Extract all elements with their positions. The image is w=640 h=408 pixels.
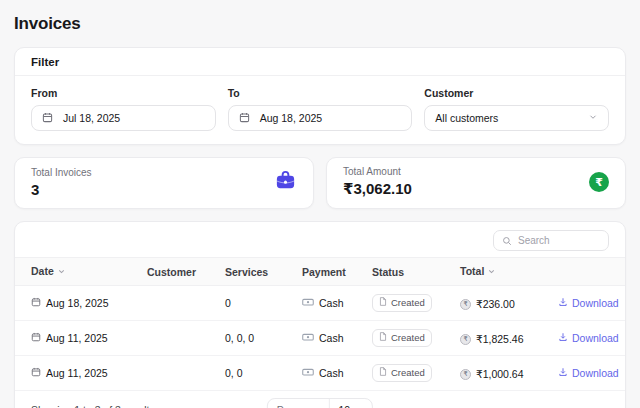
per-page-control: Per page 10: [267, 398, 373, 408]
sort-icon: [487, 266, 496, 278]
row-status: Created: [391, 367, 425, 378]
column-header-date[interactable]: Date: [15, 258, 139, 286]
download-icon: [558, 297, 568, 309]
from-label: From: [31, 87, 216, 99]
row-payment: Cash: [319, 332, 344, 344]
row-status: Created: [391, 297, 425, 308]
invoices-page: Invoices Filter From Jul 18, 2025 To: [0, 0, 640, 408]
file-icon: [379, 332, 387, 343]
invoices-table: Date Customer Services Payment Status To…: [15, 257, 625, 391]
search-input[interactable]: [518, 235, 600, 246]
column-header-services: Services: [217, 258, 294, 286]
file-icon: [379, 367, 387, 378]
row-total: ₹1,000.64: [476, 368, 524, 380]
row-date: Aug 11, 2025: [46, 367, 108, 379]
status-badge: Created: [372, 364, 432, 382]
total-amount-value: ₹3,062.10: [343, 180, 412, 198]
row-services: 0, 0: [217, 356, 294, 391]
results-summary: Showing 1 to 3 of 3 results: [31, 404, 155, 408]
row-customer: [139, 321, 217, 356]
table-footer: Showing 1 to 3 of 3 results Per page 10: [15, 391, 625, 408]
column-header-total[interactable]: Total: [452, 258, 550, 286]
status-badge: Created: [372, 329, 432, 347]
table-row[interactable]: Aug 11, 2025 0, 0 Cash Created ₹ ₹1,000.…: [15, 356, 625, 391]
from-date-input[interactable]: Jul 18, 2025: [31, 105, 216, 131]
calendar-icon: [239, 112, 250, 125]
banknote-icon: [302, 366, 314, 380]
per-page-select[interactable]: 10: [329, 399, 372, 408]
chevron-down-icon: [354, 404, 363, 408]
banknote-icon: [302, 331, 314, 345]
customer-select-value: All customers: [435, 112, 498, 124]
row-date: Aug 11, 2025: [46, 332, 108, 344]
row-payment: Cash: [319, 367, 344, 379]
table-row[interactable]: Aug 18, 2025 0 Cash Created ₹ ₹236.00: [15, 286, 625, 321]
search-row: [15, 222, 625, 257]
status-badge: Created: [372, 294, 432, 312]
row-total: ₹236.00: [476, 298, 515, 310]
rupee-coin-icon: ₹: [460, 334, 471, 345]
rupee-coin-icon: ₹: [460, 369, 471, 380]
search-icon: [502, 232, 512, 250]
to-label: To: [228, 87, 413, 99]
download-icon: [558, 367, 568, 379]
rupee-circle-icon: ₹: [589, 172, 609, 192]
filter-field-to: To Aug 18, 2025: [228, 87, 413, 131]
search-box[interactable]: [493, 230, 609, 251]
row-status: Created: [391, 332, 425, 343]
total-amount-label: Total Amount: [343, 166, 412, 177]
total-invoices-card: Total Invoices 3: [14, 157, 314, 209]
filter-field-from: From Jul 18, 2025: [31, 87, 216, 131]
column-header-status: Status: [364, 258, 452, 286]
briefcase-icon: [274, 169, 297, 196]
row-customer: [139, 356, 217, 391]
file-icon: [379, 297, 387, 308]
per-page-label: Per page: [268, 399, 329, 408]
column-header-payment: Payment: [294, 258, 364, 286]
filter-heading: Filter: [15, 48, 625, 76]
row-payment: Cash: [319, 297, 344, 309]
table-row[interactable]: Aug 11, 2025 0, 0, 0 Cash Created ₹ ₹1,8…: [15, 321, 625, 356]
column-header-actions: [550, 258, 625, 286]
total-invoices-value: 3: [31, 181, 92, 198]
download-button[interactable]: Download: [558, 367, 619, 379]
chevron-down-icon: [588, 112, 598, 124]
calendar-icon: [31, 332, 41, 344]
table-header-row: Date Customer Services Payment Status To…: [15, 258, 625, 286]
banknote-icon: [302, 296, 314, 310]
customer-select[interactable]: All customers: [424, 105, 609, 131]
download-button[interactable]: Download: [558, 297, 619, 309]
filter-field-customer: Customer All customers: [424, 87, 609, 131]
to-date-value: Aug 18, 2025: [260, 112, 322, 124]
row-customer: [139, 286, 217, 321]
page-title: Invoices: [14, 14, 626, 34]
calendar-icon: [31, 367, 41, 379]
row-date: Aug 18, 2025: [46, 297, 108, 309]
filter-fields: From Jul 18, 2025 To Aug 18, 2025: [15, 76, 625, 144]
column-header-customer: Customer: [139, 258, 217, 286]
to-date-input[interactable]: Aug 18, 2025: [228, 105, 413, 131]
invoices-table-card: Date Customer Services Payment Status To…: [14, 221, 626, 408]
row-total: ₹1,825.46: [476, 333, 524, 345]
stats-row: Total Invoices 3 Total Amount ₹3,062.10 …: [14, 157, 626, 209]
calendar-icon: [31, 297, 41, 309]
row-services: 0, 0, 0: [217, 321, 294, 356]
customer-label: Customer: [424, 87, 609, 99]
calendar-icon: [42, 112, 53, 125]
download-icon: [558, 332, 568, 344]
total-amount-card: Total Amount ₹3,062.10 ₹: [326, 157, 626, 209]
sort-icon: [57, 266, 66, 278]
download-button[interactable]: Download: [558, 332, 619, 344]
filter-card: Filter From Jul 18, 2025 To Aug 18, 202: [14, 47, 626, 145]
from-date-value: Jul 18, 2025: [63, 112, 120, 124]
total-invoices-label: Total Invoices: [31, 167, 92, 178]
rupee-coin-icon: ₹: [460, 299, 471, 310]
table-body: Aug 18, 2025 0 Cash Created ₹ ₹236.00: [15, 286, 625, 391]
row-services: 0: [217, 286, 294, 321]
